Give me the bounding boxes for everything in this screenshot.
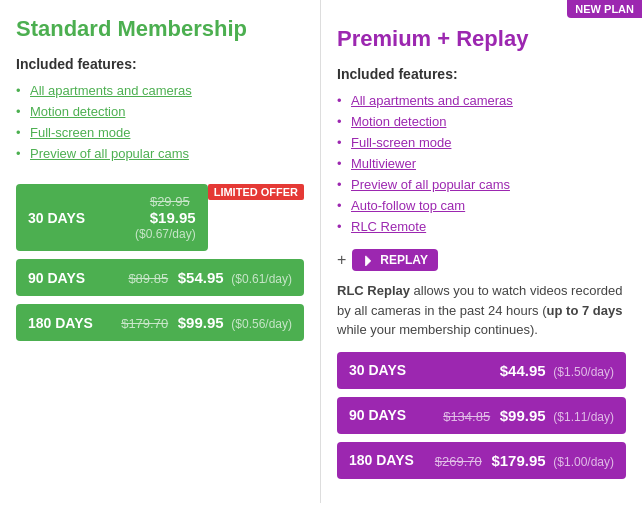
per-day: ($0.67/day) bbox=[135, 227, 196, 241]
premium-plan-90[interactable]: 90 DAYS $134.85 $99.95 ($1.11/day) bbox=[337, 397, 626, 434]
old-price: $269.70 bbox=[435, 454, 482, 469]
per-day: ($0.56/day) bbox=[231, 317, 292, 331]
list-item: Full-screen mode bbox=[16, 122, 304, 143]
days-label: 30 DAYS bbox=[28, 210, 103, 226]
standard-features-list: All apartments and cameras Motion detect… bbox=[16, 80, 304, 164]
old-price: $179.70 bbox=[121, 316, 168, 331]
premium-pricing-section: 30 DAYS $44.95 ($1.50/day) 90 DAYS $134.… bbox=[337, 352, 626, 479]
prices: $89.85 $54.95 ($0.61/day) bbox=[103, 269, 292, 286]
standard-included-label: Included features: bbox=[16, 56, 304, 72]
premium-plan-30[interactable]: 30 DAYS $44.95 ($1.50/day) bbox=[337, 352, 626, 389]
per-day: ($1.11/day) bbox=[553, 410, 614, 424]
replay-label: REPLAY bbox=[380, 253, 428, 267]
standard-title: Standard Membership bbox=[16, 16, 304, 42]
days-label: 90 DAYS bbox=[28, 270, 103, 286]
new-price: $54.95 bbox=[178, 269, 224, 286]
replay-bold2: up to 7 days bbox=[547, 303, 623, 318]
prices: $29.95 $19.95 ($0.67/day) bbox=[103, 194, 196, 241]
new-price: $99.95 bbox=[500, 407, 546, 424]
days-label: 180 DAYS bbox=[28, 315, 103, 331]
days-label: 90 DAYS bbox=[349, 407, 424, 423]
right-inner: Premium + Replay Included features: All … bbox=[321, 0, 642, 503]
premium-features-list: All apartments and cameras Motion detect… bbox=[337, 90, 626, 237]
list-item: RLC Remote bbox=[337, 216, 626, 237]
days-label: 180 DAYS bbox=[349, 452, 424, 468]
list-item: All apartments and cameras bbox=[16, 80, 304, 101]
list-item: Preview of all popular cams bbox=[337, 174, 626, 195]
new-price: $19.95 bbox=[150, 209, 196, 226]
replay-text2: while your membership continues). bbox=[337, 322, 538, 337]
standard-membership-panel: Standard Membership Included features: A… bbox=[0, 0, 321, 503]
list-item: Full-screen mode bbox=[337, 132, 626, 153]
standard-plan-90[interactable]: 90 DAYS $89.85 $54.95 ($0.61/day) bbox=[16, 259, 304, 296]
new-price: $179.95 bbox=[491, 452, 545, 469]
old-price: $29.95 bbox=[150, 194, 190, 209]
main-container: Standard Membership Included features: A… bbox=[0, 0, 642, 503]
standard-pricing-section: LIMITED OFFER 30 DAYS $29.95 $19.95 ($0.… bbox=[16, 184, 304, 341]
prices: $134.85 $99.95 ($1.11/day) bbox=[424, 407, 614, 424]
old-price: $134.85 bbox=[443, 409, 490, 424]
replay-description: RLC Replay allows you to watch videos re… bbox=[337, 281, 626, 340]
premium-membership-panel: NEW PLAN Premium + Replay Included featu… bbox=[321, 0, 642, 503]
prices: $179.70 $99.95 ($0.56/day) bbox=[103, 314, 292, 331]
prices: $269.70 $179.95 ($1.00/day) bbox=[424, 452, 614, 469]
standard-plan-180[interactable]: 180 DAYS $179.70 $99.95 ($0.56/day) bbox=[16, 304, 304, 341]
replay-icon: ⏵ bbox=[362, 252, 376, 268]
limited-offer-badge: LIMITED OFFER bbox=[208, 184, 304, 200]
list-item: All apartments and cameras bbox=[337, 90, 626, 111]
prices: $44.95 ($1.50/day) bbox=[424, 362, 614, 379]
per-day: ($0.61/day) bbox=[231, 272, 292, 286]
per-day: ($1.50/day) bbox=[553, 365, 614, 379]
old-price: $89.85 bbox=[128, 271, 168, 286]
premium-included-label: Included features: bbox=[337, 66, 626, 82]
replay-row: + ⏵ REPLAY bbox=[337, 249, 626, 271]
list-item: Auto-follow top cam bbox=[337, 195, 626, 216]
replay-badge: ⏵ REPLAY bbox=[352, 249, 438, 271]
list-item: Multiviewer bbox=[337, 153, 626, 174]
new-price: $44.95 bbox=[500, 362, 546, 379]
list-item: Motion detection bbox=[337, 111, 626, 132]
new-plan-badge: NEW PLAN bbox=[567, 0, 642, 18]
list-item: Preview of all popular cams bbox=[16, 143, 304, 164]
replay-bold1: RLC Replay bbox=[337, 283, 410, 298]
premium-title: Premium + Replay bbox=[337, 26, 626, 52]
days-label: 30 DAYS bbox=[349, 362, 424, 378]
list-item: Motion detection bbox=[16, 101, 304, 122]
new-price: $99.95 bbox=[178, 314, 224, 331]
per-day: ($1.00/day) bbox=[553, 455, 614, 469]
premium-plan-180[interactable]: 180 DAYS $269.70 $179.95 ($1.00/day) bbox=[337, 442, 626, 479]
plus-sign: + bbox=[337, 251, 346, 269]
standard-plan-30[interactable]: 30 DAYS $29.95 $19.95 ($0.67/day) bbox=[16, 184, 208, 251]
